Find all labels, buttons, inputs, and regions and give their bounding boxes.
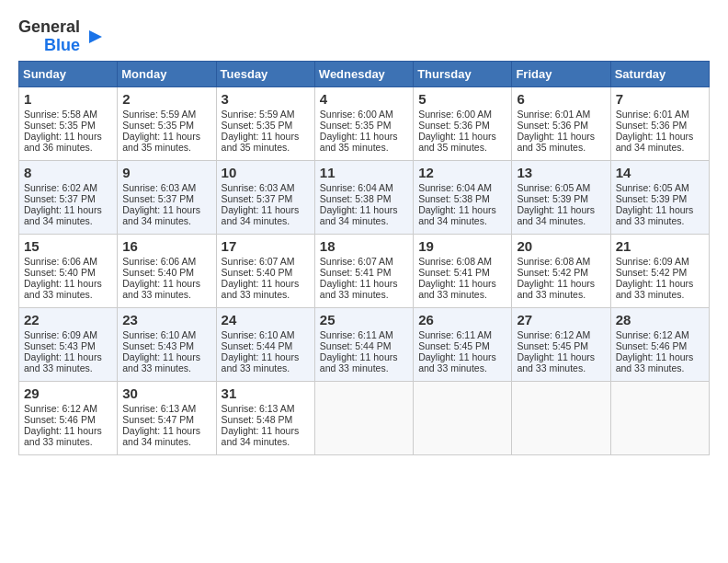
cell-text: Sunrise: 6:10 AM xyxy=(222,329,310,340)
cell-text: Daylight: 11 hours and 33 minutes. xyxy=(222,278,310,300)
day-number: 10 xyxy=(222,165,310,180)
cell-text: Sunset: 5:36 PM xyxy=(517,120,605,131)
day-number: 5 xyxy=(418,91,506,107)
cell-text: Daylight: 11 hours and 35 minutes. xyxy=(320,131,408,153)
calendar-cell: 18Sunrise: 6:07 AMSunset: 5:41 PMDayligh… xyxy=(314,234,413,307)
day-number: 9 xyxy=(122,165,210,180)
calendar-cell: 20Sunrise: 6:08 AMSunset: 5:42 PMDayligh… xyxy=(512,234,610,307)
cell-text: Sunset: 5:43 PM xyxy=(122,340,210,351)
day-number: 29 xyxy=(24,385,112,401)
cell-text: Sunrise: 6:09 AM xyxy=(616,256,704,267)
cell-text: Sunset: 5:35 PM xyxy=(320,120,408,131)
cell-text: Daylight: 11 hours and 33 minutes. xyxy=(517,278,605,300)
cell-text: Daylight: 11 hours and 34 minutes. xyxy=(24,204,112,226)
header: General Blue xyxy=(18,18,710,55)
day-number: 6 xyxy=(517,91,605,107)
calendar-cell: 11Sunrise: 6:04 AMSunset: 5:38 PMDayligh… xyxy=(314,160,413,234)
calendar-cell: 15Sunrise: 6:06 AMSunset: 5:40 PMDayligh… xyxy=(19,234,118,307)
cell-text: Sunset: 5:36 PM xyxy=(616,120,704,131)
cell-text: Sunset: 5:39 PM xyxy=(616,193,704,204)
cell-text: Daylight: 11 hours and 33 minutes. xyxy=(222,351,310,373)
day-number: 21 xyxy=(616,238,704,254)
day-number: 15 xyxy=(24,238,112,254)
cell-text: Sunrise: 6:12 AM xyxy=(616,329,704,340)
cell-text: Sunrise: 6:11 AM xyxy=(320,329,408,340)
calendar-cell: 6Sunrise: 6:01 AMSunset: 5:36 PMDaylight… xyxy=(512,86,610,160)
cell-text: Sunrise: 6:06 AM xyxy=(122,256,210,267)
cell-text: Sunrise: 6:05 AM xyxy=(616,182,704,193)
cell-text: Sunrise: 6:00 AM xyxy=(418,109,506,120)
calendar-cell: 13Sunrise: 6:05 AMSunset: 5:39 PMDayligh… xyxy=(512,160,610,234)
cell-text: Daylight: 11 hours and 33 minutes. xyxy=(122,351,210,373)
calendar-header-monday: Monday xyxy=(118,61,216,86)
cell-text: Sunrise: 6:12 AM xyxy=(517,329,605,340)
cell-text: Sunrise: 6:02 AM xyxy=(24,182,112,193)
calendar-cell: 22Sunrise: 6:09 AMSunset: 5:43 PMDayligh… xyxy=(19,307,118,381)
day-number: 14 xyxy=(616,165,704,180)
calendar-cell xyxy=(610,381,709,454)
day-number: 7 xyxy=(616,91,704,107)
cell-text: Sunset: 5:41 PM xyxy=(418,267,506,278)
cell-text: Sunrise: 6:08 AM xyxy=(517,256,605,267)
calendar-cell xyxy=(314,381,413,454)
calendar-cell: 8Sunrise: 6:02 AMSunset: 5:37 PMDaylight… xyxy=(19,160,118,234)
cell-text: Sunrise: 6:13 AM xyxy=(222,403,310,414)
cell-text: Sunrise: 6:13 AM xyxy=(122,403,210,414)
calendar-cell: 27Sunrise: 6:12 AMSunset: 5:45 PMDayligh… xyxy=(512,307,610,381)
cell-text: Daylight: 11 hours and 33 minutes. xyxy=(122,278,210,300)
cell-text: Sunrise: 6:08 AM xyxy=(418,256,506,267)
cell-text: Sunset: 5:42 PM xyxy=(517,267,605,278)
cell-text: Sunset: 5:46 PM xyxy=(24,414,112,425)
cell-text: Sunrise: 6:01 AM xyxy=(616,109,704,120)
cell-text: Sunset: 5:43 PM xyxy=(24,340,112,351)
calendar-cell: 16Sunrise: 6:06 AMSunset: 5:40 PMDayligh… xyxy=(118,234,216,307)
cell-text: Sunset: 5:38 PM xyxy=(418,193,506,204)
cell-text: Daylight: 11 hours and 35 minutes. xyxy=(517,131,605,153)
cell-text: Sunset: 5:38 PM xyxy=(320,193,408,204)
cell-text: Sunrise: 6:00 AM xyxy=(320,109,408,120)
cell-text: Daylight: 11 hours and 35 minutes. xyxy=(418,131,506,153)
cell-text: Daylight: 11 hours and 33 minutes. xyxy=(616,278,704,300)
cell-text: Daylight: 11 hours and 34 minutes. xyxy=(517,204,605,226)
day-number: 25 xyxy=(320,312,408,327)
cell-text: Sunrise: 6:04 AM xyxy=(320,182,408,193)
cell-text: Daylight: 11 hours and 33 minutes. xyxy=(616,204,704,226)
cell-text: Daylight: 11 hours and 33 minutes. xyxy=(24,351,112,373)
cell-text: Sunset: 5:48 PM xyxy=(222,414,310,425)
cell-text: Sunset: 5:47 PM xyxy=(122,414,210,425)
calendar-cell: 26Sunrise: 6:11 AMSunset: 5:45 PMDayligh… xyxy=(414,307,512,381)
day-number: 1 xyxy=(24,91,112,107)
calendar-header-thursday: Thursday xyxy=(414,61,512,86)
day-number: 28 xyxy=(616,312,704,327)
calendar-cell: 17Sunrise: 6:07 AMSunset: 5:40 PMDayligh… xyxy=(216,234,314,307)
cell-text: Daylight: 11 hours and 33 minutes. xyxy=(418,278,506,300)
cell-text: Sunrise: 6:07 AM xyxy=(320,256,408,267)
calendar-table: SundayMondayTuesdayWednesdayThursdayFrid… xyxy=(18,61,710,455)
cell-text: Daylight: 11 hours and 33 minutes. xyxy=(320,351,408,373)
day-number: 2 xyxy=(122,91,210,107)
calendar-header-friday: Friday xyxy=(512,61,610,86)
day-number: 23 xyxy=(122,312,210,327)
cell-text: Daylight: 11 hours and 33 minutes. xyxy=(616,351,704,373)
day-number: 31 xyxy=(222,385,310,401)
day-number: 20 xyxy=(517,238,605,254)
cell-text: Sunset: 5:37 PM xyxy=(122,193,210,204)
calendar-cell: 12Sunrise: 6:04 AMSunset: 5:38 PMDayligh… xyxy=(414,160,512,234)
cell-text: Sunrise: 5:59 AM xyxy=(222,109,310,120)
cell-text: Sunset: 5:45 PM xyxy=(418,340,506,351)
calendar-cell: 5Sunrise: 6:00 AMSunset: 5:36 PMDaylight… xyxy=(414,86,512,160)
cell-text: Daylight: 11 hours and 34 minutes. xyxy=(122,425,210,447)
logo-text: General xyxy=(18,18,80,37)
calendar-cell: 3Sunrise: 5:59 AMSunset: 5:35 PMDaylight… xyxy=(216,86,314,160)
cell-text: Sunrise: 6:05 AM xyxy=(517,182,605,193)
cell-text: Sunrise: 6:07 AM xyxy=(222,256,310,267)
day-number: 16 xyxy=(122,238,210,254)
cell-text: Sunset: 5:37 PM xyxy=(24,193,112,204)
calendar-cell: 10Sunrise: 6:03 AMSunset: 5:37 PMDayligh… xyxy=(216,160,314,234)
day-number: 12 xyxy=(418,165,506,180)
cell-text: Sunrise: 6:09 AM xyxy=(24,329,112,340)
calendar-cell xyxy=(512,381,610,454)
cell-text: Sunrise: 6:11 AM xyxy=(418,329,506,340)
calendar-cell: 21Sunrise: 6:09 AMSunset: 5:42 PMDayligh… xyxy=(610,234,709,307)
cell-text: Daylight: 11 hours and 33 minutes. xyxy=(24,278,112,300)
